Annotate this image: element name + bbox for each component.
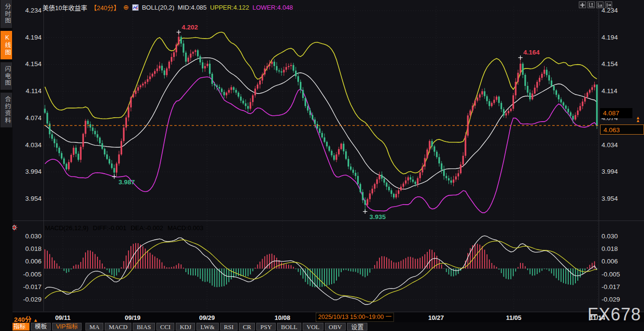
tab-指标[interactable]: 指标 <box>10 323 29 331</box>
tab-VOL[interactable]: VOL <box>303 323 323 331</box>
x-axis-zoom-icon[interactable] <box>596 1 603 8</box>
macd-hist-value: MACD:0.003 <box>168 223 203 232</box>
tab-LW&[interactable]: LW& <box>196 323 218 331</box>
tab-模板[interactable]: 模板 <box>31 323 51 331</box>
chart-toolbar <box>579 1 612 8</box>
indicator-tab-bar: 指标模板VIP指标MAMACDBIASCCIKDJLW&RSICRPSYBOLL… <box>0 322 644 331</box>
sidebar-item-0[interactable]: 分时图 <box>0 0 12 28</box>
macd-dea-value: DEA:-0.002 <box>131 223 163 232</box>
tab-MA[interactable]: MA <box>85 323 103 331</box>
x-axis-label: 09/11 <box>45 314 80 321</box>
tab-BIAS[interactable]: BIAS <box>133 323 155 331</box>
pan-icon[interactable] <box>579 1 586 8</box>
tab-PSY[interactable]: PSY <box>256 323 276 331</box>
x-axis-label: 11/05 <box>496 314 531 321</box>
price-annotation: 4.164 <box>523 49 540 56</box>
x-axis-label: 09/19 <box>115 314 150 321</box>
tab-RSI[interactable]: RSI <box>220 323 238 331</box>
tab-CR[interactable]: CR <box>239 323 255 331</box>
sidebar: 分时图K线图闪电图合约资料 <box>0 0 13 331</box>
sidebar-item-2[interactable]: 闪电图 <box>0 62 12 90</box>
boll-indicator-label: BOLL(20,2) <box>142 4 174 11</box>
tab-CCI[interactable]: CCI <box>156 323 175 331</box>
crosshair-date-tooltip: 2025/10/13 15:00~19:00 一 <box>316 313 394 322</box>
chart-canvas[interactable]: 4.2023.9873.9354.164 <box>0 0 644 331</box>
add-indicator-icon[interactable]: ⊕ <box>123 4 129 10</box>
macd-header: MACD(26,12,9) DIFF:-0.001 DEA:-0.002 MAC… <box>45 223 203 232</box>
price-annotation: 3.987 <box>119 179 135 186</box>
x-axis-label: 09/29 <box>190 314 224 321</box>
chart-application: 4.2344.2344.1944.1944.1544.1544.1144.114… <box>0 0 644 331</box>
price-annotation: 4.202 <box>182 24 198 31</box>
tab-OBV[interactable]: OBV <box>325 323 346 331</box>
chart-header: 美债10年收益率 【240分】 ⊕ BOLL(20,2) MID:4.085 U… <box>42 3 293 12</box>
period-tag: 【240分】 <box>90 3 120 12</box>
price-annotation: 3.935 <box>369 213 386 221</box>
tab-BOLL[interactable]: BOLL <box>277 323 301 331</box>
instrument-title: 美债10年收益率 <box>42 3 87 12</box>
watermark: FX678 <box>588 304 641 325</box>
x-axis-label: 10/08 <box>265 314 300 321</box>
tab-KDJ[interactable]: KDJ <box>176 323 195 331</box>
price-up-arrows-icon[interactable]: ▲▲ <box>636 117 640 122</box>
x-axis-label: 10/27 <box>419 314 453 321</box>
boll-mid-value: MID:4.085 <box>178 4 207 11</box>
tab-VIP指标[interactable]: VIP指标 <box>52 323 82 331</box>
boll-upper-value: UPPER:4.122 <box>210 4 249 11</box>
current-price-tag: 4.063 <box>600 124 644 135</box>
go-latest-icon[interactable] <box>605 1 612 8</box>
sidebar-item-1[interactable]: K线图 <box>0 31 12 59</box>
macd-label: MACD(26,12,9) <box>45 223 88 232</box>
sidebar-item-3[interactable]: 合约资料 <box>0 93 12 127</box>
boll-lower-value: LOWER:4.048 <box>252 4 293 11</box>
tab-设置[interactable]: 设置 <box>347 323 367 331</box>
tab-MACD[interactable]: MACD <box>105 323 131 331</box>
y-axis-zoom-icon[interactable] <box>588 1 595 8</box>
kline-mini-icon <box>132 4 139 11</box>
macd-diff-value: DIFF:-0.001 <box>93 223 126 232</box>
last-close-tag: 4.087 <box>600 108 632 118</box>
